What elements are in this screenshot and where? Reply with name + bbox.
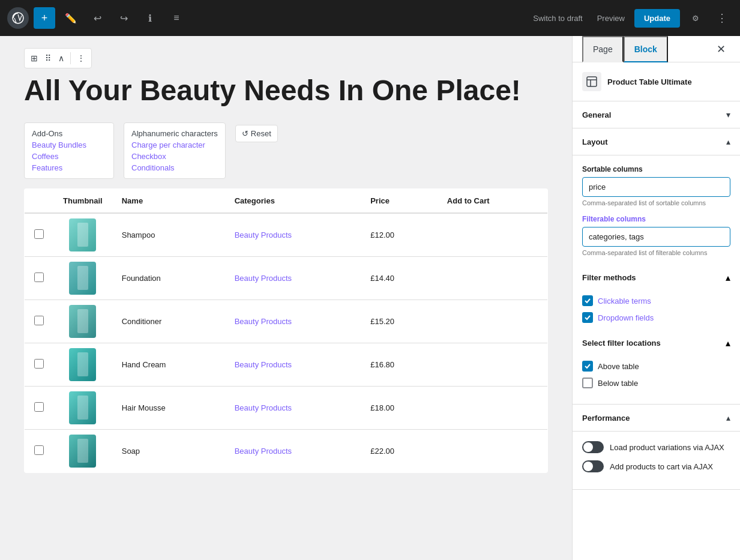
table-icon[interactable]: ⊞ bbox=[28, 51, 40, 65]
row-price-cell: £22.00 bbox=[361, 429, 438, 472]
table-row: Foundation Beauty Products £14.40 bbox=[25, 256, 548, 300]
product-thumbnail bbox=[69, 348, 96, 381]
filter-item[interactable]: Charge per character bbox=[131, 139, 218, 151]
filter-locations-header[interactable]: Select filter locations ▴ bbox=[582, 330, 730, 356]
dropdown-fields-checkbox[interactable] bbox=[582, 312, 593, 323]
toggle-knob bbox=[583, 442, 593, 452]
category-link[interactable]: Beauty Products bbox=[235, 447, 292, 456]
performance-section-header[interactable]: Performance ▴ bbox=[573, 405, 740, 432]
load-variations-group: Load product variations via AJAX bbox=[582, 441, 730, 453]
category-link[interactable]: Beauty Products bbox=[235, 274, 292, 283]
settings-button[interactable]: ⚙ bbox=[685, 7, 706, 29]
move-up-icon[interactable]: ∧ bbox=[56, 51, 67, 65]
layout-section-header[interactable]: Layout ▴ bbox=[573, 128, 740, 155]
more-options-icon[interactable]: ⋮ bbox=[74, 51, 88, 65]
dropdown-fields-group: Dropdown fields bbox=[582, 312, 730, 323]
block-toolbar: ⊞ ⠿ ∧ ⋮ bbox=[24, 48, 92, 68]
row-thumbnail-cell bbox=[53, 343, 112, 386]
reset-label: Reset bbox=[251, 129, 271, 138]
below-table-checkbox[interactable] bbox=[582, 378, 593, 388]
row-name-cell: Hand Cream bbox=[112, 343, 225, 386]
add-block-button[interactable]: + bbox=[34, 7, 55, 29]
more-options-button[interactable]: ⋮ bbox=[711, 7, 733, 29]
sortable-columns-input[interactable] bbox=[582, 177, 730, 197]
row-checkbox[interactable] bbox=[34, 445, 44, 455]
filter-item[interactable]: Conditionals bbox=[131, 162, 218, 173]
load-variations-toggle[interactable] bbox=[582, 441, 604, 453]
table-row: Hand Cream Beauty Products £16.80 bbox=[25, 343, 548, 386]
dropdown-fields-label: Dropdown fields bbox=[598, 313, 654, 322]
info-button[interactable]: ℹ bbox=[139, 7, 161, 29]
clickable-terms-checkbox[interactable] bbox=[582, 295, 593, 306]
edit-icon-button[interactable]: ✏️ bbox=[60, 7, 82, 29]
row-checkbox[interactable] bbox=[34, 402, 44, 412]
switch-to-draft-button[interactable]: Switch to draft bbox=[528, 10, 587, 26]
row-thumbnail-cell bbox=[53, 256, 112, 300]
toolbar-right-actions: Switch to draft Preview Update ⚙ ⋮ bbox=[528, 7, 733, 29]
list-view-button[interactable]: ≡ bbox=[166, 7, 187, 29]
wp-logo[interactable] bbox=[7, 7, 29, 29]
sidebar-tabs: Page Block ✕ bbox=[573, 36, 740, 62]
filter-item[interactable]: Alphanumeric characters bbox=[131, 128, 218, 139]
block-icon bbox=[582, 72, 601, 91]
preview-button[interactable]: Preview bbox=[592, 10, 630, 26]
general-section-header[interactable]: General ▾ bbox=[573, 101, 740, 128]
general-chevron-icon: ▾ bbox=[726, 110, 730, 119]
update-button[interactable]: Update bbox=[634, 9, 680, 28]
table-row: Conditioner Beauty Products £15.20 bbox=[25, 300, 548, 343]
redo-button[interactable]: ↪ bbox=[113, 7, 134, 29]
above-table-group: Above table bbox=[582, 361, 730, 372]
row-checkbox[interactable] bbox=[34, 359, 44, 369]
svg-point-0 bbox=[13, 13, 23, 23]
row-add-to-cart-cell bbox=[438, 429, 548, 472]
row-checkbox[interactable] bbox=[34, 316, 44, 325]
add-to-cart-ajax-toggle[interactable] bbox=[582, 460, 604, 472]
row-price-cell: £18.00 bbox=[361, 386, 438, 429]
above-table-checkbox[interactable] bbox=[582, 361, 593, 372]
row-name-cell: Soap bbox=[112, 429, 225, 472]
category-link[interactable]: Beauty Products bbox=[235, 230, 292, 239]
filter-item[interactable]: Add-Ons bbox=[32, 128, 106, 139]
reset-button[interactable]: ↺ Reset bbox=[235, 125, 278, 142]
filter-item[interactable]: Checkbox bbox=[131, 151, 218, 162]
clickable-terms-group: Clickable terms bbox=[582, 295, 730, 306]
layout-section-content: Sortable columns Comma-separated list of… bbox=[573, 155, 740, 405]
undo-button[interactable]: ↩ bbox=[86, 7, 108, 29]
row-checkbox-cell bbox=[25, 386, 54, 429]
performance-chevron-icon: ▴ bbox=[726, 413, 730, 423]
row-name-cell: Foundation bbox=[112, 256, 225, 300]
filter-locations-chevron-icon: ▴ bbox=[726, 337, 730, 349]
col-price: Price bbox=[361, 188, 438, 213]
filter-locations-container: Select filter locations ▴ Above table Be… bbox=[582, 330, 730, 388]
tab-block[interactable]: Block bbox=[624, 36, 668, 62]
row-price-cell: £16.80 bbox=[361, 343, 438, 386]
load-variations-label: Load product variations via AJAX bbox=[610, 443, 724, 452]
thumb-inner bbox=[77, 352, 88, 376]
row-checkbox[interactable] bbox=[34, 229, 44, 239]
tab-page[interactable]: Page bbox=[582, 36, 624, 62]
filterable-columns-label: Filterable columns bbox=[582, 215, 730, 223]
table-block-icon bbox=[586, 76, 598, 88]
sortable-columns-label: Sortable columns bbox=[582, 165, 730, 173]
row-add-to-cart-cell bbox=[438, 256, 548, 300]
row-checkbox[interactable] bbox=[34, 272, 44, 282]
sortable-columns-hint: Comma-separated list of sortable columns bbox=[582, 199, 730, 206]
filter-item[interactable]: Coffees bbox=[32, 151, 106, 162]
category-link[interactable]: Beauty Products bbox=[235, 403, 292, 412]
category-link[interactable]: Beauty Products bbox=[235, 360, 292, 369]
row-price-cell: £14.40 bbox=[361, 256, 438, 300]
filter-item[interactable]: Beauty Bundles bbox=[32, 139, 106, 151]
drag-handle[interactable]: ⠿ bbox=[43, 51, 53, 65]
close-sidebar-button[interactable]: ✕ bbox=[712, 36, 730, 62]
product-thumbnail bbox=[69, 391, 96, 424]
layout-chevron-icon: ▴ bbox=[726, 137, 730, 146]
row-category-cell: Beauty Products bbox=[225, 213, 361, 257]
filterable-columns-group: Filterable columns Comma-separated list … bbox=[582, 215, 730, 256]
filter-methods-header[interactable]: Filter methods ▴ bbox=[582, 265, 730, 291]
category-link[interactable]: Beauty Products bbox=[235, 317, 292, 326]
row-category-cell: Beauty Products bbox=[225, 300, 361, 343]
filter-item[interactable]: Features bbox=[32, 162, 106, 173]
above-table-label: Above table bbox=[598, 362, 639, 371]
row-add-to-cart-cell bbox=[438, 213, 548, 257]
filterable-columns-input[interactable] bbox=[582, 227, 730, 247]
